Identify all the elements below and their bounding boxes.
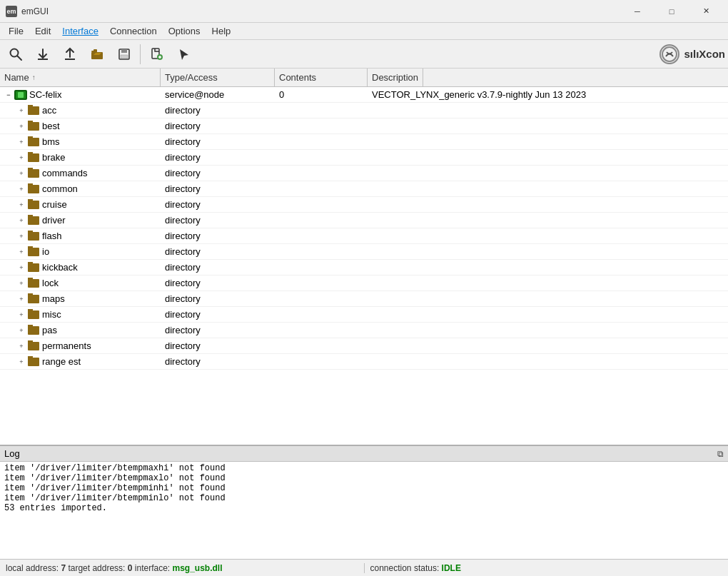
menu-file[interactable]: File [3,24,29,38]
tree-row-common[interactable]: + common directory [0,181,728,197]
root-type: service@node [161,89,275,100]
child-expand-btn-3[interactable]: + [16,152,27,163]
child-expand-btn-4[interactable]: + [16,168,27,179]
connection-value: IDLE [442,563,461,573]
child-name-cell-9: + io [0,246,161,258]
tree-rows[interactable]: − SC-felix service@node 0 VECTOR_LYNX_ge… [0,87,728,445]
child-label-1: best [42,121,60,131]
child-expand-btn-0[interactable]: + [16,105,27,116]
tree-area: Name ↑ Type/Access Contents Description … [0,69,728,445]
log-restore-button[interactable]: ⧉ [717,449,724,459]
menu-help[interactable]: Help [206,24,237,38]
menu-connection[interactable]: Connection [104,24,163,38]
child-type-16: directory [161,356,275,367]
tree-row-bms[interactable]: + bms directory [0,134,728,150]
cursor-button[interactable] [171,42,196,66]
child-expand-btn-2[interactable]: + [16,136,27,148]
folder-icon-8 [27,231,40,241]
tree-row-commands[interactable]: + commands directory [0,166,728,181]
folder-icon-4 [27,168,40,178]
child-label-12: maps [42,293,65,304]
silix-icon [659,44,679,64]
tree-row-kickback[interactable]: + kickback directory [0,260,728,276]
col-name[interactable]: Name ↑ [0,69,161,86]
child-label-10: kickback [42,262,78,273]
svg-rect-6 [93,49,97,52]
child-expand-btn-13[interactable]: + [16,309,27,320]
child-type-13: directory [161,309,275,320]
col-contents[interactable]: Contents [275,69,368,86]
child-label-14: pas [42,325,57,335]
menu-interface[interactable]: Interface [56,24,104,38]
close-button[interactable]: ✕ [689,1,722,22]
child-type-4: directory [161,168,275,178]
search-button[interactable] [3,42,29,66]
log-title: Log [4,448,20,459]
minimize-button[interactable]: ─ [621,1,654,22]
add-doc-button[interactable] [143,42,169,66]
tree-row-misc[interactable]: + misc directory [0,307,728,323]
folder-icon-13 [27,310,40,320]
tree-row-permanents[interactable]: + permanents directory [0,338,728,354]
tree-row-io[interactable]: + io directory [0,244,728,260]
log-entry: item '/driver/limiter/btempminhi' not fo… [4,483,724,493]
open-button[interactable] [84,42,110,66]
root-name-cell: − SC-felix [0,89,161,101]
tree-row-acc[interactable]: + acc directory [0,103,728,118]
folder-icon-12 [27,294,40,304]
download-button[interactable] [30,42,56,66]
child-expand-btn-5[interactable]: + [16,183,27,195]
child-expand-btn-14[interactable]: + [16,325,27,336]
log-area: Log ⧉ item '/driver/limiter/btempmaxhi' … [0,445,728,559]
target-address-label: target address: [68,563,125,573]
maximize-button[interactable]: □ [655,1,688,22]
child-expand-btn-11[interactable]: + [16,278,27,289]
log-content[interactable]: item '/driver/limiter/btempmaxhi' not fo… [0,462,728,559]
child-expand-btn-10[interactable]: + [16,262,27,273]
tree-row-driver[interactable]: + driver directory [0,213,728,228]
tree-row-best[interactable]: + best directory [0,118,728,134]
upload-button[interactable] [57,42,83,66]
child-type-0: directory [161,105,275,116]
col-description[interactable]: Description [368,69,423,86]
child-label-16: range est [42,356,81,367]
child-name-cell-8: + flash [0,231,161,242]
root-expand-btn[interactable]: − [3,89,14,101]
child-expand-btn-16[interactable]: + [16,356,27,368]
interface-value: msg_usb.dll [173,563,223,573]
tree-row-flash[interactable]: + flash directory [0,228,728,244]
interface-label: interface: [135,563,170,573]
child-name-cell-4: + commands [0,168,161,179]
tree-row-lock[interactable]: + lock directory [0,276,728,291]
tree-row-brake[interactable]: + brake directory [0,150,728,166]
child-expand-btn-6[interactable]: + [16,199,27,211]
menu-edit[interactable]: Edit [29,24,56,38]
child-type-11: directory [161,278,275,288]
menu-bar: File Edit Interface Connection Options H… [0,23,728,40]
child-expand-btn-15[interactable]: + [16,340,27,352]
column-headers: Name ↑ Type/Access Contents Description [0,69,728,87]
child-type-8: directory [161,231,275,241]
tree-row-pas[interactable]: + pas directory [0,323,728,338]
col-type[interactable]: Type/Access [161,69,275,86]
child-type-10: directory [161,262,275,273]
silix-text: sılıXcon [684,48,725,60]
tree-row-maps[interactable]: + maps directory [0,291,728,307]
tree-row-range-est[interactable]: + range est directory [0,354,728,370]
menu-options[interactable]: Options [163,24,206,38]
child-expand-btn-1[interactable]: + [16,121,27,132]
child-expand-btn-7[interactable]: + [16,215,27,226]
child-expand-btn-9[interactable]: + [16,246,27,258]
tree-row-cruise[interactable]: + cruise directory [0,197,728,213]
child-expand-btn-12[interactable]: + [16,293,27,305]
save-button[interactable] [111,42,137,66]
folder-icon-3 [27,153,40,163]
child-name-cell-0: + acc [0,105,161,116]
child-label-15: permanents [42,340,91,351]
child-type-7: directory [161,215,275,226]
child-label-2: bms [42,136,60,147]
sort-arrow-name: ↑ [32,74,36,81]
child-type-5: directory [161,183,275,194]
tree-row-root[interactable]: − SC-felix service@node 0 VECTOR_LYNX_ge… [0,87,728,103]
child-expand-btn-8[interactable]: + [16,231,27,242]
